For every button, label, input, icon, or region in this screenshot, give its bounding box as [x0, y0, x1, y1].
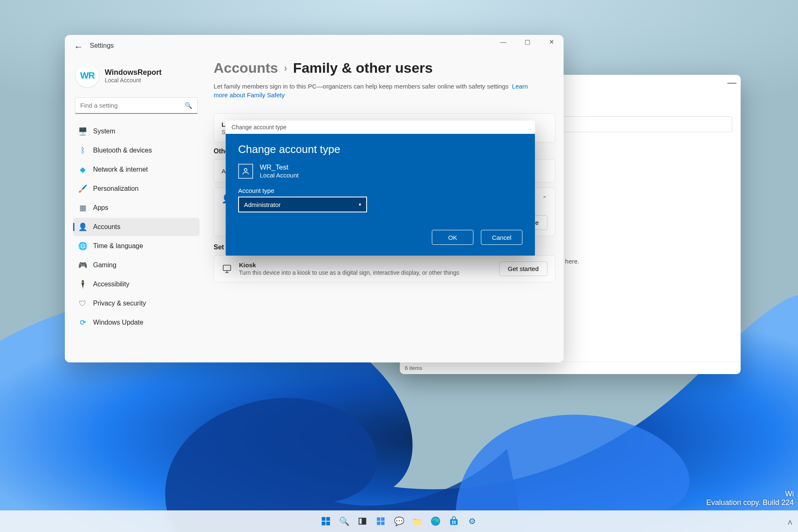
chat-button[interactable]: 💬: [392, 514, 406, 528]
nav-icon: ▦: [78, 203, 87, 212]
nav-icon: 👤: [78, 222, 87, 232]
svg-rect-3: [326, 517, 330, 521]
svg-rect-15: [452, 521, 453, 522]
family-description: Let family members sign in to this PC—or…: [214, 82, 530, 99]
sidebar-item-network-internet[interactable]: ◆Network & internet: [73, 160, 200, 179]
account-type-select[interactable]: Administrator ▾: [238, 197, 367, 212]
file-explorer-button[interactable]: [410, 514, 424, 528]
nav-icon: 🖌️: [78, 184, 87, 193]
sidebar-item-time-language[interactable]: 🌐Time & language: [73, 237, 200, 255]
svg-point-1: [244, 168, 247, 171]
nav-icon: ⟳: [78, 318, 87, 327]
svg-rect-9: [381, 517, 384, 521]
minimize-button[interactable]: —: [496, 38, 510, 46]
window-title: Settings: [90, 42, 114, 49]
nav-icon: 🌐: [78, 241, 87, 251]
sidebar-item-apps[interactable]: ▦Apps: [73, 199, 200, 217]
search-input[interactable]: [80, 102, 185, 109]
evaluation-watermark: Wi Evaluation copy. Build 224: [706, 490, 794, 507]
sidebar-item-label: Apps: [93, 204, 108, 212]
settings-button[interactable]: ⚙: [465, 514, 479, 528]
sidebar-item-gaming[interactable]: 🎮Gaming: [73, 256, 200, 274]
taskbar: 🔍 💬 ⚙: [0, 510, 798, 532]
sidebar-item-system[interactable]: 🖥️System: [73, 122, 200, 140]
svg-rect-6: [359, 518, 362, 525]
svg-rect-2: [322, 517, 325, 521]
sidebar-item-label: System: [93, 128, 115, 135]
svg-rect-16: [454, 521, 456, 522]
search-icon: 🔍: [185, 102, 192, 109]
sidebar-item-label: Accessibility: [93, 281, 129, 288]
dialog-titlebar: Change account type: [226, 121, 535, 134]
breadcrumb-root[interactable]: Accounts: [214, 60, 278, 76]
settings-search[interactable]: 🔍: [75, 97, 198, 114]
svg-rect-10: [377, 522, 380, 525]
explorer-status-bar: 6 items: [400, 362, 741, 374]
profile-block[interactable]: WR WindowsReport Local Account: [73, 64, 200, 87]
sidebar-item-label: Time & language: [93, 242, 143, 250]
ok-button[interactable]: OK: [432, 230, 473, 245]
dialog-user-block: WR_Test Local Account: [238, 163, 522, 179]
minimize-button[interactable]: —: [727, 77, 736, 88]
sidebar-item-label: Accounts: [93, 223, 121, 231]
svg-rect-7: [363, 518, 366, 525]
svg-rect-14: [450, 519, 458, 525]
breadcrumb: Accounts › Family & other users: [214, 60, 555, 76]
svg-rect-12: [413, 520, 421, 525]
page-title: Family & other users: [293, 60, 433, 76]
close-button[interactable]: ✕: [544, 38, 559, 46]
nav-icon: ᛒ: [78, 146, 87, 155]
kiosk-card: Kiosk Turn this device into a kiosk to u…: [214, 255, 555, 282]
sidebar-item-label: Windows Update: [93, 319, 143, 326]
sidebar-item-accessibility[interactable]: 🕴Accessibility: [73, 275, 200, 293]
svg-rect-8: [377, 517, 380, 521]
profile-subtitle: Local Account: [105, 77, 162, 84]
avatar: WR: [76, 64, 99, 87]
profile-name: WindowsReport: [105, 68, 162, 77]
task-view-button[interactable]: [355, 514, 369, 528]
svg-rect-5: [326, 522, 330, 525]
maximize-button[interactable]: ▢: [520, 38, 534, 46]
sidebar-item-personalization[interactable]: 🖌️Personalization: [73, 180, 200, 198]
settings-nav: 🖥️SystemᛒBluetooth & devices◆Network & i…: [73, 122, 200, 332]
svg-rect-17: [452, 522, 453, 524]
svg-rect-18: [454, 522, 456, 524]
edge-button[interactable]: [429, 514, 443, 528]
nav-icon: 🕴: [78, 280, 87, 289]
nav-icon: ◆: [78, 165, 87, 174]
sidebar-item-accounts[interactable]: 👤Accounts: [73, 218, 200, 236]
sidebar-item-privacy-security[interactable]: 🛡Privacy & security: [73, 294, 200, 313]
sidebar-item-bluetooth-devices[interactable]: ᛒBluetooth & devices: [73, 141, 200, 160]
nav-icon: 🖥️: [78, 127, 87, 136]
nav-icon: 🛡: [78, 299, 87, 308]
sidebar-item-windows-update[interactable]: ⟳Windows Update: [73, 313, 200, 332]
svg-rect-11: [381, 522, 384, 525]
chevron-right-icon: ›: [284, 62, 287, 74]
system-tray[interactable]: ᐱ: [788, 519, 792, 526]
sidebar-item-label: Bluetooth & devices: [93, 147, 152, 154]
svg-rect-0: [223, 265, 231, 271]
cancel-button[interactable]: Cancel: [481, 230, 522, 245]
store-button[interactable]: [447, 514, 461, 528]
account-type-label: Account type: [238, 187, 522, 194]
change-account-type-dialog: Change account type Change account type …: [226, 121, 535, 256]
sidebar-item-label: Network & internet: [93, 166, 148, 173]
sidebar-item-label: Gaming: [93, 261, 116, 269]
svg-rect-4: [322, 522, 325, 525]
dialog-heading: Change account type: [238, 143, 522, 156]
start-button[interactable]: [319, 514, 333, 528]
widgets-button[interactable]: [374, 514, 388, 528]
kiosk-icon: [222, 264, 232, 274]
kiosk-get-started-button[interactable]: Get started: [499, 261, 547, 276]
sidebar-item-label: Privacy & security: [93, 300, 146, 307]
chevron-down-icon: ▾: [359, 202, 361, 207]
person-icon: [238, 164, 253, 179]
sidebar-item-label: Personalization: [93, 185, 138, 192]
search-button[interactable]: 🔍: [337, 514, 351, 528]
chevron-up-icon: ⌃: [542, 195, 547, 202]
back-button[interactable]: ←: [74, 42, 83, 52]
nav-icon: 🎮: [78, 261, 87, 270]
